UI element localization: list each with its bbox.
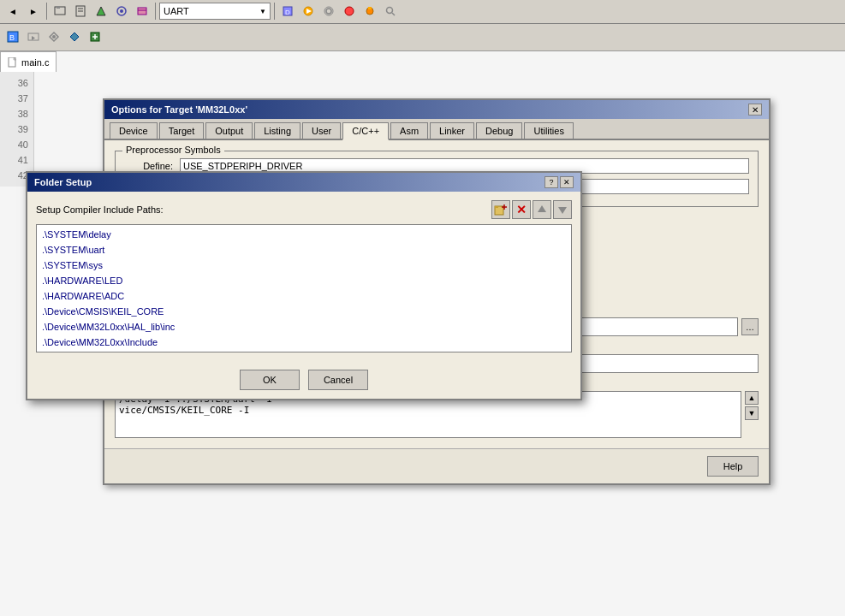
preprocessor-title: Preprocessor Symbols: [122, 145, 224, 155]
toolbar-btn-4[interactable]: [112, 2, 131, 21]
settings-btn[interactable]: [319, 2, 338, 21]
define-label: Define:: [124, 161, 180, 171]
row2-btn3[interactable]: [45, 27, 63, 46]
list-item[interactable]: .\Device\MM32L0xx\HAL_lib\inc: [37, 317, 571, 333]
help-btn[interactable]: Help: [707, 456, 759, 477]
file-tab[interactable]: main.c: [0, 51, 57, 72]
line-39: 39: [0, 121, 33, 137]
svg-rect-34: [495, 206, 498, 208]
nav-forward-btn[interactable]: ►: [24, 2, 43, 21]
list-item[interactable]: .\Device\CMSIS\KEIL_CORE: [37, 302, 571, 317]
folder-toolbar: ✕: [491, 200, 572, 219]
list-item[interactable]: .\HARDWARE\ADC: [37, 287, 571, 302]
line-41: 41: [0, 152, 33, 168]
folder-ok-btn[interactable]: OK: [240, 370, 300, 390]
folder-delete-btn[interactable]: ✕: [512, 200, 531, 219]
list-item[interactable]: .\SYSTEM\uart: [37, 240, 571, 256]
tab-user[interactable]: User: [302, 122, 341, 139]
list-item[interactable]: .\SYSTEM\sys: [37, 256, 571, 271]
svg-marker-27: [70, 33, 79, 41]
svg-point-19: [387, 8, 393, 14]
folder-header-label: Setup Compiler Include Paths:: [36, 204, 164, 215]
compiler-scroll-up-btn[interactable]: ▲: [745, 391, 759, 405]
svg-marker-38: [558, 207, 567, 214]
options-tabs: Device Target Output Listing User C/C++ …: [104, 119, 769, 140]
svg-text:B: B: [9, 33, 15, 42]
row2-btn4[interactable]: [65, 27, 84, 46]
toolbar-area: ◄ ►: [0, 0, 845, 51]
folder-list[interactable]: .\SYSTEM\delay .\SYSTEM\uart .\SYSTEM\sy…: [36, 224, 572, 352]
folder-up-btn[interactable]: [533, 200, 551, 219]
svg-rect-8: [138, 8, 146, 15]
tab-listing[interactable]: Listing: [254, 122, 301, 139]
list-item[interactable]: .\SYSTEM\delay: [37, 225, 571, 240]
run-btn[interactable]: [299, 2, 318, 21]
folder-titlebar-buttons: ? ✕: [544, 176, 574, 188]
folder-titlebar: Folder Setup ? ✕: [27, 173, 580, 192]
svg-marker-37: [538, 205, 546, 212]
line-36: 36: [0, 75, 33, 91]
tab-linker[interactable]: Linker: [430, 122, 474, 139]
row2-btn5[interactable]: [86, 27, 104, 46]
list-item[interactable]: .\Device\MM32L0xx\Include: [37, 333, 571, 348]
svg-rect-1: [57, 6, 60, 9]
nav-back-btn[interactable]: ◄: [3, 2, 22, 21]
include-paths-browse-btn[interactable]: …: [741, 318, 759, 335]
svg-point-7: [120, 9, 123, 13]
svg-rect-18: [368, 7, 372, 9]
options-title: Options for Target 'MM32L0xx': [111, 104, 247, 115]
folder-footer: OK Cancel: [27, 361, 580, 399]
svg-marker-5: [97, 7, 105, 15]
svg-rect-23: [28, 33, 39, 40]
line-38: 38: [0, 106, 33, 121]
separator1: [46, 3, 47, 20]
uart-dropdown-arrow: ▼: [259, 8, 266, 15]
separator3: [274, 3, 275, 20]
tab-utilities[interactable]: Utilities: [524, 122, 573, 139]
options-titlebar: Options for Target 'MM32L0xx' ✕: [104, 100, 769, 119]
options-close-btn[interactable]: ✕: [748, 104, 762, 116]
toolbar-btn-5[interactable]: [133, 2, 152, 21]
folder-new-btn[interactable]: [491, 200, 510, 219]
stop-btn[interactable]: [340, 2, 359, 21]
uart-label: UART: [164, 6, 189, 16]
tab-cpp[interactable]: C/C++: [342, 122, 389, 140]
file-tab-label: main.c: [21, 57, 49, 68]
separator2: [155, 3, 156, 20]
svg-line-20: [392, 13, 395, 15]
toolbar-btn-1[interactable]: [51, 2, 69, 21]
tab-asm[interactable]: Asm: [390, 122, 428, 139]
tab-target[interactable]: Target: [159, 122, 205, 139]
row2-btn1[interactable]: B: [3, 27, 22, 46]
tab-device[interactable]: Device: [110, 122, 158, 139]
svg-text:D: D: [285, 9, 290, 16]
folder-content: Setup Compiler Include Paths: ✕: [27, 192, 580, 361]
folder-dialog: Folder Setup ? ✕ Setup Compiler Include …: [26, 171, 582, 400]
folder-close-btn[interactable]: ✕: [560, 176, 574, 188]
folder-cancel-btn[interactable]: Cancel: [308, 370, 368, 390]
svg-point-26: [52, 35, 56, 38]
line-40: 40: [0, 137, 33, 152]
folder-help-btn[interactable]: ?: [544, 176, 558, 188]
line-numbers: 36 37 38 39 40 41 42: [0, 72, 34, 187]
tab-output[interactable]: Output: [205, 122, 253, 139]
svg-point-16: [345, 7, 354, 15]
list-item[interactable]: .\HARDWARE\LED: [37, 271, 571, 287]
svg-marker-24: [32, 36, 35, 40]
folder-title: Folder Setup: [34, 177, 92, 187]
uart-dropdown[interactable]: UART ▼: [159, 3, 271, 20]
toolbar-row1: ◄ ►: [0, 0, 845, 24]
tab-debug[interactable]: Debug: [476, 122, 522, 139]
svg-point-14: [326, 9, 331, 14]
row2-btn2[interactable]: [24, 27, 43, 46]
debug-btn[interactable]: D: [278, 2, 297, 21]
line-37: 37: [0, 91, 33, 106]
config-btn[interactable]: [360, 2, 379, 21]
folder-down-btn[interactable]: [553, 200, 572, 219]
toolbar-btn-3[interactable]: [92, 2, 110, 21]
compiler-scroll-down-btn[interactable]: ▼: [745, 406, 759, 420]
toolbar-btn-2[interactable]: [71, 2, 90, 21]
toolbar-row2: B: [0, 24, 845, 50]
search-toolbar-btn[interactable]: [381, 2, 400, 21]
options-footer: Help: [104, 448, 769, 483]
